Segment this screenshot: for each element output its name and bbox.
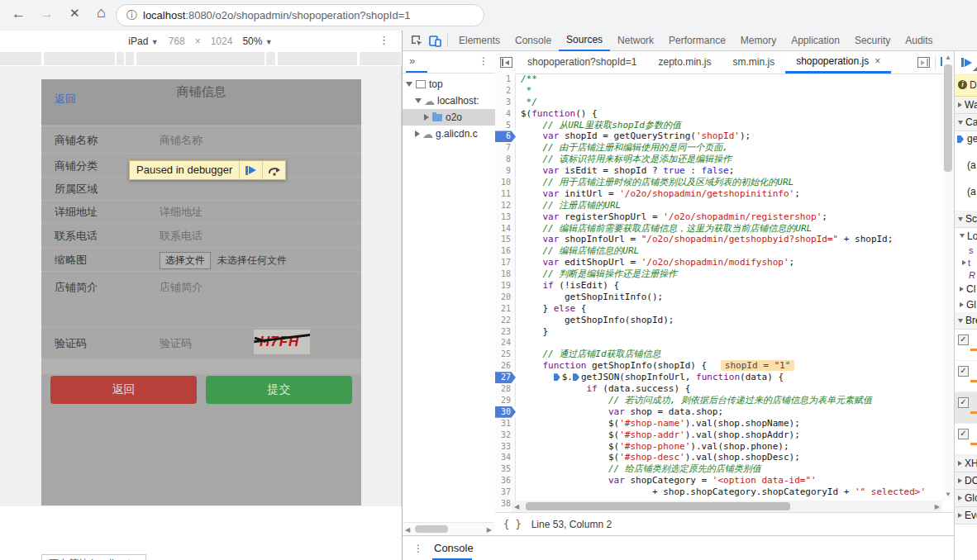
chevron-icon[interactable] [962,260,966,265]
file-tab[interactable]: shopoperation?shopId=1 [517,51,647,74]
tab-network[interactable]: Network [610,31,661,51]
call-stack-frame[interactable]: ge [955,131,977,158]
breakpoint-checkbox[interactable]: ✓ [958,397,969,408]
line-number[interactable]: 21 [495,303,516,315]
line-number[interactable]: 8 [495,154,516,165]
line-number[interactable]: 20 [495,292,516,303]
resume-script-icon[interactable] [239,161,262,179]
forward-icon[interactable]: → [40,6,54,22]
breakpoint-marker[interactable]: 27 [495,372,516,383]
chevron-icon[interactable] [960,287,964,292]
zoom-select[interactable]: 50% ▼ [242,36,272,47]
breakpoint-entry[interactable]: ✓ [955,424,977,455]
back-link[interactable]: 返回 [55,92,76,107]
line-number[interactable]: 33 [495,441,516,453]
breakpoint-entry[interactable]: ✓ [955,330,977,361]
inline-breakpoint-icon[interactable] [554,373,560,381]
tab-elements[interactable]: Elements [451,31,508,51]
line-number[interactable]: 4 [495,108,516,120]
chevron-icon[interactable] [958,121,963,125]
device-height-field[interactable]: 1024 [211,36,233,47]
chevron-icon[interactable] [958,496,962,501]
line-number[interactable]: 9 [495,165,516,177]
chevron-icon[interactable] [406,82,412,87]
close-tab-icon[interactable]: × [875,55,880,67]
line-number[interactable]: 23 [495,326,516,338]
address-bar[interactable]: ⓘ localhost:8080/o2o/shopadmin/shopopera… [116,4,484,26]
hide-navigator-icon[interactable] [495,57,517,68]
line-number[interactable]: 12 [495,200,516,211]
sidebar-section-glo[interactable]: Glo [955,490,977,507]
scrollbar-thumb[interactable] [415,525,448,533]
breakpoint-checkbox[interactable]: ✓ [958,366,969,377]
sidebar-section-bre[interactable]: Bre [955,312,977,330]
tree-item-localhost[interactable]: ☁localhost: [403,93,495,109]
scroll-left-icon[interactable]: ◀ [514,503,519,510]
scroll-left-icon[interactable]: ◀ [405,526,410,534]
field-placeholder[interactable]: 商铺名称 [160,133,203,148]
resume-script-icon[interactable] [961,58,972,69]
chevron-icon[interactable] [958,217,963,221]
pretty-print-icon[interactable]: { } [503,519,522,530]
tab-audits[interactable]: Audits [898,31,940,51]
breakpoint-checkbox[interactable]: ✓ [958,429,969,439]
field-placeholder[interactable]: 店铺简介 [160,280,203,295]
navigator-menu-icon[interactable]: ⋮ [479,55,489,67]
inspect-element-icon[interactable] [407,31,426,51]
line-number[interactable]: 5 [495,120,516,131]
more-tabs-icon[interactable]: » [409,55,415,67]
tab-security[interactable]: Security [847,31,898,51]
step-over-icon[interactable] [262,161,285,179]
line-number[interactable]: 37 [495,486,516,498]
line-number[interactable]: 22 [495,315,516,326]
tree-item-top[interactable]: top [403,76,495,93]
line-number[interactable]: 3 [495,97,516,108]
stop-icon[interactable]: ✕ [69,6,80,21]
tab-sources[interactable]: Sources [559,31,610,51]
line-number[interactable]: 7 [495,142,516,154]
editor-vscrollbar[interactable]: ▲ ▼ [942,51,954,501]
tab-memory[interactable]: Memory [733,31,784,51]
device-toolbar-menu-icon[interactable]: ⋮ [379,34,389,46]
line-number[interactable]: 32 [495,429,516,441]
breakpoint-checkbox[interactable]: ✓ [958,335,969,345]
sidebar-section-xh[interactable]: XH [955,455,977,472]
tab-application[interactable]: Application [784,31,847,51]
field-placeholder[interactable]: 联系电话 [160,229,203,244]
line-number[interactable]: 2 [495,85,516,97]
line-number[interactable]: 28 [495,383,516,395]
file-tab[interactable]: zepto.min.js [647,51,722,74]
tab-overflow-icon[interactable] [917,57,930,68]
line-number[interactable]: 29 [495,395,516,406]
line-number[interactable]: 14 [495,223,516,235]
call-stack-frame[interactable]: (a [955,158,977,184]
sidebar-section-wa[interactable]: Wa [955,97,977,114]
toggle-device-toolbar-icon[interactable] [426,31,444,51]
scope-variable[interactable]: t [955,256,977,268]
form-back-button[interactable]: 返回 [50,376,197,404]
scroll-down-icon[interactable]: ▼ [945,491,951,498]
captcha-image[interactable]: H7FH [254,330,310,354]
sidebar-section-ca[interactable]: Ca [955,114,977,131]
line-number[interactable]: 25 [495,349,516,360]
line-number[interactable]: 17 [495,257,516,268]
file-tab[interactable]: shopoperation.js× [785,51,891,74]
chevron-icon[interactable] [424,114,429,121]
scope-variable[interactable]: s [955,244,977,256]
line-number[interactable]: 31 [495,418,516,429]
back-icon[interactable]: ← [12,6,26,22]
chevron-icon[interactable] [958,478,962,483]
chevron-icon[interactable] [958,319,963,323]
line-number[interactable]: 15 [495,234,516,245]
breakpoint-entry[interactable]: ✓ [955,361,977,392]
sidebar-section-lo[interactable]: Lo [955,228,977,244]
scrollbar-thumb[interactable] [944,64,952,172]
tab-console[interactable]: Console [434,542,474,554]
tab-performance[interactable]: Performance [661,31,733,51]
breakpoint-marker[interactable]: 30 [495,406,516,418]
chevron-icon[interactable] [958,461,962,466]
line-number[interactable]: 26 [495,360,516,372]
line-number[interactable]: 13 [495,211,516,223]
line-number[interactable]: 24 [495,337,516,349]
line-number[interactable]: 36 [495,475,516,486]
